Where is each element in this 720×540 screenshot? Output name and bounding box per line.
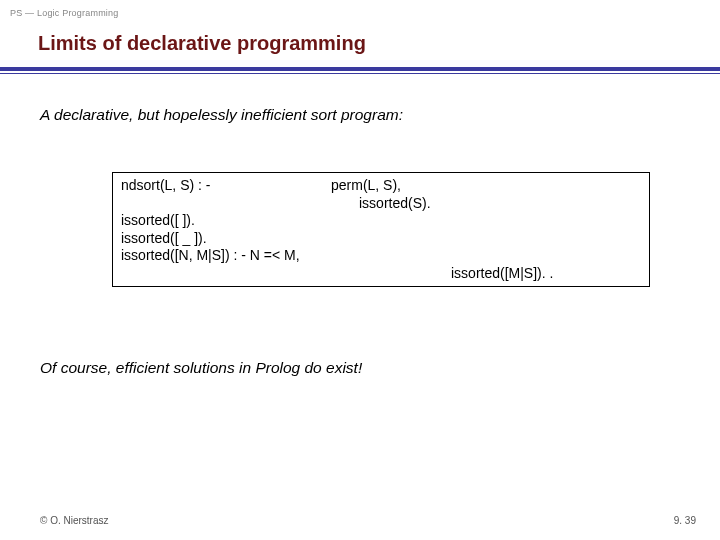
divider-thick [0,67,720,71]
code-line: perm(L, S), [331,177,401,193]
code-line: issorted([ ]). [121,212,641,230]
breadcrumb: PS — Logic Programming [10,8,710,18]
code-line: issorted([N, M|S]) : - N =< M, [121,247,641,265]
code-line: issorted([M|S]). . [331,265,641,283]
page-title: Limits of declarative programming [0,24,720,67]
copyright: © O. Nierstrasz [40,515,109,526]
code-line: issorted(S). [331,195,641,213]
code-line: issorted([ _ ]). [121,230,641,248]
lead-text: A declarative, but hopelessly inefficien… [40,106,690,124]
code-block: ndsort(L, S) : - perm(L, S), issorted(S)… [112,172,650,287]
code-line: ndsort(L, S) : - [121,177,331,212]
page-number: 9. 39 [674,515,696,526]
conclusion-text: Of course, efficient solutions in Prolog… [40,359,690,377]
